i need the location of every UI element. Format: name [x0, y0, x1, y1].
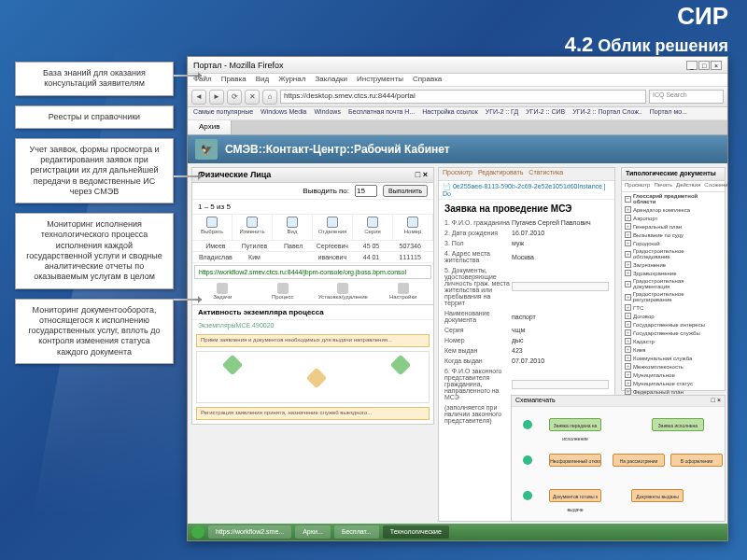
tree-item[interactable]: +Муниципальное статус: [622, 379, 725, 387]
tree-item[interactable]: +Градостроительная документация: [622, 277, 725, 290]
close-icon[interactable]: ×: [711, 61, 722, 70]
submit-button[interactable]: Выполнить: [383, 185, 428, 197]
workflow-panel: Схемапечать□ × Заявка передана на исполн…: [511, 395, 726, 522]
close-icon[interactable]: □ ×: [712, 397, 721, 405]
expand-icon[interactable]: +: [625, 206, 631, 213]
action-edit[interactable]: Изменить: [233, 215, 273, 240]
action-select[interactable]: Выбрать: [192, 215, 233, 240]
tree-item[interactable]: +ГТС: [622, 303, 725, 312]
tab-settings[interactable]: Настройки: [374, 281, 434, 304]
tree-item[interactable]: +Муниципальное: [622, 371, 725, 379]
workflow-node[interactable]: На рассмотрении: [613, 454, 665, 467]
taskbar-item[interactable]: Технологические: [383, 525, 449, 539]
tree-item[interactable]: +Арендатор комплекса: [622, 205, 725, 214]
expand-icon[interactable]: +: [625, 215, 631, 221]
expand-icon[interactable]: +: [625, 231, 631, 238]
reload-icon[interactable]: ⟳: [227, 90, 242, 105]
start-node-icon: [523, 420, 532, 429]
expand-icon[interactable]: +: [625, 251, 631, 258]
tree-item[interactable]: +Государственные службы: [622, 329, 725, 337]
table-row[interactable]: ИмеевПутилевПавелСергеевич45 05507346: [192, 241, 433, 252]
search-input[interactable]: ICQ Search: [649, 90, 724, 104]
action-view[interactable]: Вид: [273, 215, 313, 240]
form-row: Наименование документапаспорт: [439, 308, 614, 325]
expand-icon[interactable]: +: [625, 294, 631, 301]
back-icon[interactable]: ◄: [191, 90, 206, 105]
expand-icon[interactable]: +: [625, 261, 631, 268]
tree-item[interactable]: +Городской: [622, 239, 725, 247]
start-node-icon: [523, 491, 532, 500]
per-page-input[interactable]: [355, 185, 377, 197]
callout: Мониторинг исполнения технологического п…: [15, 213, 174, 289]
expand-icon[interactable]: +: [625, 346, 631, 353]
workflow-node[interactable]: Заявка исполнена: [652, 418, 704, 431]
expand-icon[interactable]: +: [625, 380, 631, 386]
expand-icon[interactable]: +: [625, 321, 631, 328]
window-controls[interactable]: _□×: [685, 61, 722, 70]
expand-icon[interactable]: +: [625, 240, 631, 246]
action-dept[interactable]: Отделения: [313, 215, 353, 240]
tree-item[interactable]: +Загрязнение: [622, 260, 725, 269]
action-series[interactable]: Серия: [353, 215, 393, 240]
process-tabs[interactable]: Задачи Процесс Устаовка/удаление Настрой…: [192, 281, 433, 305]
maximize-icon[interactable]: □: [698, 61, 710, 70]
taskbar-item[interactable]: Архи...: [295, 525, 331, 539]
tree-item[interactable]: +Киев: [622, 345, 725, 354]
workflow-node[interactable]: Неоформленный отказ: [549, 454, 601, 467]
page-title: СИР: [565, 2, 728, 31]
taskbar-item[interactable]: Бесплат...: [334, 525, 379, 539]
expand-icon[interactable]: +: [625, 338, 631, 344]
window-titlebar[interactable]: Портал - Mozilla Firefox _□×: [188, 57, 727, 74]
os-taskbar[interactable]: https://workflow2.sme... Архи... Бесплат…: [188, 524, 727, 540]
workflow-node[interactable]: Документы выданы: [631, 489, 684, 502]
workflow-node[interactable]: Заявка передана на исполнение: [549, 418, 601, 431]
tree-item[interactable]: +Градостроительное обследование: [622, 247, 725, 260]
tree-item[interactable]: +Коммунальная служба: [622, 354, 725, 362]
panel-close-icon[interactable]: □ ×: [416, 170, 428, 180]
stop-icon[interactable]: ✕: [245, 90, 260, 105]
browser-window: Портал - Mozilla Firefox _□× ФайлПравкаВ…: [187, 56, 728, 541]
expand-icon[interactable]: +: [625, 223, 631, 230]
address-bar[interactable]: https://desktop.smev.ctcs.ru:8444/portal: [280, 90, 646, 104]
taskbar-item[interactable]: https://workflow2.sme...: [208, 525, 291, 539]
tree-item[interactable]: +Межкомплексность: [622, 362, 725, 371]
expand-icon[interactable]: +: [625, 313, 631, 319]
expand-icon[interactable]: +: [625, 363, 631, 370]
workflow-node[interactable]: Документов готовы к выдаче: [549, 489, 601, 502]
tree-item[interactable]: +Государственные интересы: [622, 320, 725, 329]
action-number[interactable]: Номер: [393, 215, 433, 240]
expand-icon[interactable]: +: [625, 355, 631, 361]
tab-install[interactable]: Устаовка/удаление: [313, 281, 374, 304]
browser-tabs[interactable]: Архив: [188, 120, 727, 135]
expand-icon[interactable]: +: [625, 270, 631, 276]
tree-item[interactable]: +Здравохранение: [622, 269, 725, 277]
tab-process[interactable]: Процесс: [253, 281, 314, 304]
bookmarks-bar[interactable]: Самые популярныеWindows MediaWindowsБесп…: [188, 107, 727, 120]
browser-menu[interactable]: ФайлПравкаВидЖурналЗакладкиИнструментыСп…: [188, 74, 727, 87]
browser-tab[interactable]: Архив: [188, 120, 232, 134]
expand-icon[interactable]: +: [625, 329, 631, 336]
tree-tabs[interactable]: ПросмотрПечатьДействияСложение: [622, 181, 725, 192]
tree-item[interactable]: +Договор: [622, 312, 725, 320]
expand-icon[interactable]: +: [625, 304, 631, 311]
form-toolbar[interactable]: ПросмотрРедактироватьСтатистика: [439, 168, 614, 181]
expand-icon[interactable]: +: [625, 371, 631, 378]
collapse-icon[interactable]: −: [625, 196, 631, 203]
tree-item[interactable]: +Градостроительное регулирование: [622, 290, 725, 303]
form-row: Когда выдан07.07.2010: [439, 356, 614, 366]
tree-item[interactable]: +Аэропорт: [622, 214, 725, 222]
workflow-canvas[interactable]: Заявка передана на исполнениеЗаявка испо…: [512, 407, 725, 521]
forward-icon[interactable]: ►: [209, 90, 224, 105]
expand-icon[interactable]: +: [625, 388, 631, 395]
tree-item[interactable]: +Генеральный план: [622, 222, 725, 231]
tree-item[interactable]: +Вызывание по суду: [622, 231, 725, 239]
minimize-icon[interactable]: _: [686, 61, 698, 70]
form-row: 2. Дата рождения16.07.2010: [439, 228, 614, 238]
home-icon[interactable]: ⌂: [262, 90, 277, 105]
tree-item[interactable]: +Кадастр: [622, 337, 725, 345]
table-row[interactable]: ВладиславКимиванович44 01111115: [192, 252, 433, 263]
workflow-node[interactable]: В оформлении: [670, 454, 723, 467]
start-button-icon[interactable]: [191, 525, 204, 539]
window-title: Портал - Mozilla Firefox: [193, 61, 284, 70]
expand-icon[interactable]: +: [625, 281, 631, 287]
